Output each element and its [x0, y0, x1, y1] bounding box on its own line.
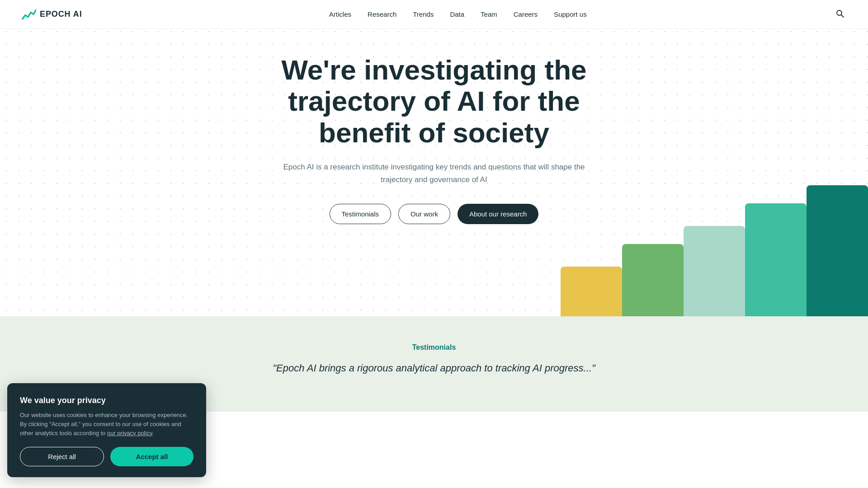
search-icon — [835, 9, 844, 18]
hero-title: We're investigating the trajectory of AI… — [269, 54, 599, 148]
hero-section: We're investigating the trajectory of AI… — [0, 0, 868, 316]
logo-link[interactable]: EPOCH AI — [22, 9, 82, 20]
hero-buttons: Testimonials Our work About our research — [269, 204, 599, 224]
svg-line-1 — [841, 15, 844, 18]
nav-research[interactable]: Research — [368, 10, 396, 18]
nav-articles[interactable]: Articles — [329, 10, 351, 18]
testimonials-label: Testimonials — [22, 343, 846, 352]
nav-team[interactable]: Team — [481, 10, 497, 18]
chart-bar — [561, 267, 622, 316]
search-button[interactable] — [834, 7, 846, 21]
chart-bar — [745, 203, 807, 316]
chart-bar — [622, 244, 684, 316]
our-work-button[interactable]: Our work — [398, 204, 450, 224]
cookie-banner: We value your privacy Our website uses c… — [7, 383, 206, 412]
hero-content: We're investigating the trajectory of AI… — [258, 54, 610, 224]
chart-bar — [807, 185, 868, 316]
testimonials-quote: "Epoch AI brings a rigorous analytical a… — [231, 361, 637, 375]
testimonials-button[interactable]: Testimonials — [330, 204, 392, 224]
navbar: EPOCH AI Articles Research Trends Data T… — [0, 0, 868, 29]
about-research-button[interactable]: About our research — [458, 204, 539, 224]
nav-trends[interactable]: Trends — [413, 10, 434, 18]
logo-icon — [22, 9, 36, 20]
nav-careers[interactable]: Careers — [514, 10, 538, 18]
nav-data[interactable]: Data — [450, 10, 464, 18]
cookie-text: Our website uses cookies to enhance your… — [20, 411, 193, 412]
logo-text: EPOCH AI — [40, 9, 82, 19]
hero-subtitle: Epoch AI is a research institute investi… — [269, 161, 599, 185]
nav-support[interactable]: Support us — [554, 10, 587, 18]
nav-links: Articles Research Trends Data Team Caree… — [329, 10, 587, 19]
cookie-title: We value your privacy — [20, 396, 193, 405]
nav-right — [834, 7, 846, 21]
chart-bar — [684, 226, 745, 316]
